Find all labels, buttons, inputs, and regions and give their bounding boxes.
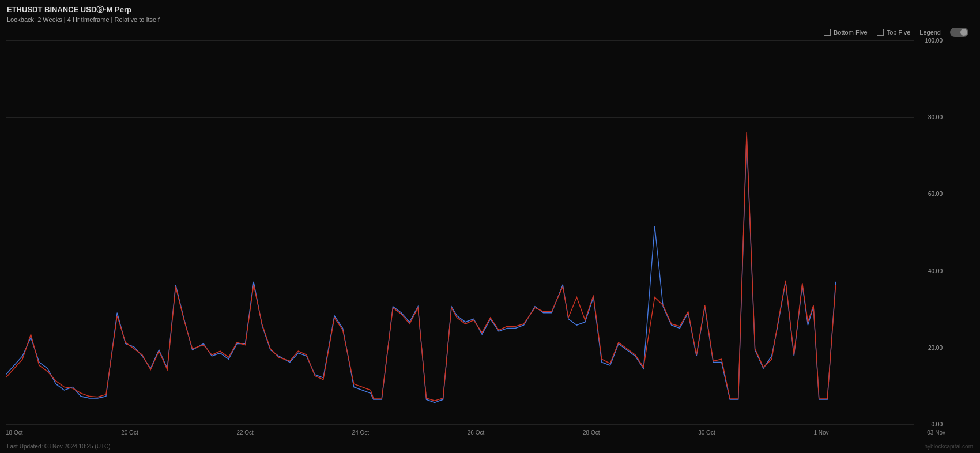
x-axis: 18 Oct 20 Oct 22 Oct 24 Oct 26 Oct 28 Oc… (6, 429, 945, 436)
bottom-five-box (824, 29, 831, 36)
x-label-20oct: 20 Oct (121, 429, 138, 436)
x-label-3nov: 03 Nov (927, 429, 945, 436)
y-label-20: 20.00 (928, 344, 943, 350)
blue-line (6, 137, 836, 403)
legend-label: Legend (919, 29, 941, 36)
x-label-1nov: 1 Nov (813, 429, 828, 436)
top-five-box (877, 29, 884, 36)
x-label-18oct: 18 Oct (6, 429, 22, 436)
footer-last-updated: Last Updated: 03 Nov 2024 10:25 (UTC) (7, 443, 111, 450)
y-label-40: 40.00 (928, 267, 943, 274)
toggle-knob (960, 29, 967, 36)
chart-svg (6, 40, 914, 424)
top-five-label: Top Five (887, 29, 911, 36)
top-five-legend: Top Five (877, 29, 911, 36)
legend-toggle[interactable] (950, 28, 968, 37)
red-line (6, 132, 836, 401)
x-label-28oct: 28 Oct (583, 429, 600, 436)
x-label-30oct: 30 Oct (698, 429, 715, 436)
y-label-80: 80.00 (928, 114, 943, 120)
chart-container: 100.00 80.00 60.00 40.00 20.00 0.00 100.… (6, 40, 945, 424)
bottom-five-label: Bottom Five (834, 29, 868, 36)
grid-line-0 (6, 424, 914, 425)
legend-area: Bottom Five Top Five Legend (824, 28, 968, 37)
y-label-60: 60.00 (928, 191, 943, 197)
chart-subtitle: Lookback: 2 Weeks | 4 Hr timeframe | Rel… (7, 16, 160, 23)
y-label-100: 100.00 (925, 37, 943, 44)
x-label-24oct: 24 Oct (352, 429, 369, 436)
bottom-five-legend: Bottom Five (824, 29, 868, 36)
y-axis: 100.00 80.00 60.00 40.00 20.00 0.00 (914, 40, 945, 424)
x-label-26oct: 26 Oct (468, 429, 484, 436)
x-label-22oct: 22 Oct (236, 429, 253, 436)
watermark: hyblockcapital.com (925, 443, 973, 450)
y-label-0: 0.00 (932, 421, 943, 428)
chart-header: ETHUSDT BINANCE USDⓈ-M Perp Lookback: 2 … (7, 5, 160, 23)
chart-title: ETHUSDT BINANCE USDⓈ-M Perp (7, 5, 160, 15)
